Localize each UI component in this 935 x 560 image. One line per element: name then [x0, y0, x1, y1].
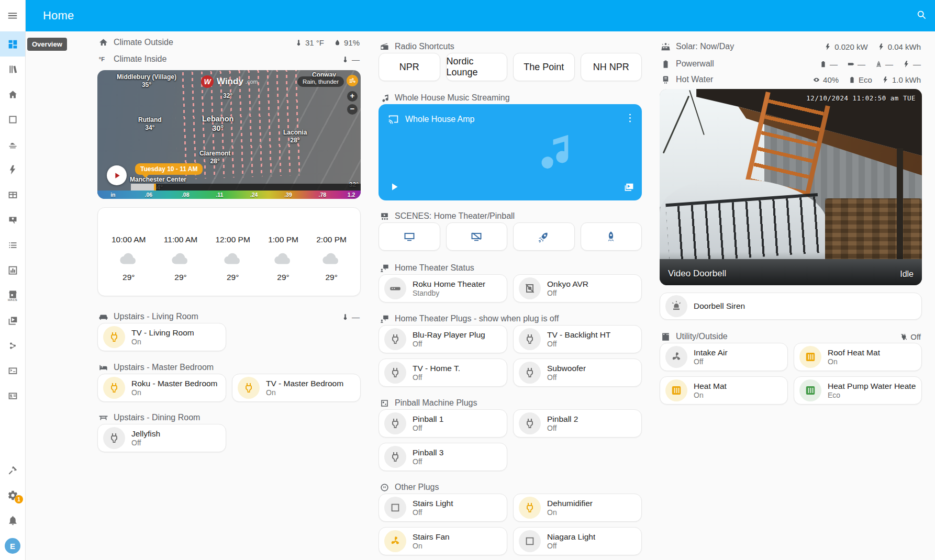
weather-cloud-icon [7, 139, 18, 150]
video-doorbell-camera[interactable]: 12/10/2024 11:02:50 am TUE Video Doorbel… [660, 89, 922, 285]
media-play-button[interactable] [388, 181, 400, 193]
sidebar-item-frame[interactable] [0, 107, 25, 132]
sidebar-item-grid[interactable] [0, 182, 25, 207]
map-timeline[interactable] [131, 184, 361, 191]
settings-badge: 1 [15, 495, 23, 503]
map-layer-button[interactable] [347, 75, 358, 86]
entity-card-subwoofer[interactable]: SubwooferOff [513, 359, 642, 387]
windy-weather-map[interactable]: Middlebury (Village)35° Conway 32° Rutla… [97, 70, 361, 199]
climate-inside-values: — [341, 55, 360, 64]
plug-icon [238, 377, 260, 399]
section-home-theater-plugs: Home Theater Plugs - show when plug is o… [379, 312, 642, 325]
water-heater-icon [661, 75, 671, 85]
camera-name: Video Doorbell [668, 268, 726, 279]
entity-card-roku-master[interactable]: Roku - Master BedroomOn [97, 374, 226, 402]
rocket-launch-icon [538, 230, 550, 243]
climate-outside-row: Climate Outside 31 °F 91% [97, 36, 361, 49]
scene-button-tv-off[interactable] [446, 222, 508, 251]
entity-card-pinball-2[interactable]: Pinball 2Off [513, 409, 642, 438]
map-play-button[interactable] [107, 165, 127, 185]
entity-card-onkyo-avr[interactable]: Onkyo AVROff [513, 274, 642, 303]
sidebar-item-terminal[interactable] [0, 358, 25, 383]
humidity-icon [333, 39, 341, 47]
entity-card-niagara-light[interactable]: Niagara LightOff [513, 527, 642, 555]
entity-card-tv-backlight[interactable]: TV - Backlight HTOff [513, 325, 642, 353]
sidebar-item-notifications[interactable] [0, 508, 25, 533]
entity-card-tv-master[interactable]: TV - Master BedroomOn [232, 374, 361, 402]
entity-card-stairs-fan[interactable]: Stairs FanOn [379, 527, 507, 555]
map-zoom-out-button[interactable]: − [347, 104, 358, 115]
utility-values: Off [900, 332, 921, 341]
water-heater-icon [799, 379, 821, 401]
tv-off-icon [470, 230, 483, 243]
play-icon [388, 181, 400, 193]
entity-card-pinball-1[interactable]: Pinball 1Off [379, 409, 507, 438]
media-account-icon [7, 215, 18, 226]
scene-button-rocket-launch[interactable] [513, 222, 575, 251]
section-living-room: Upstairs - Living Room — [97, 310, 361, 323]
media-player-card[interactable]: Whole House Amp [379, 104, 642, 200]
entity-card-heat-pump-water-heater[interactable]: Heat Pump Water HeaterEco [794, 376, 922, 405]
entity-card-pinball-3[interactable]: Pinball 3Off [379, 443, 507, 471]
entity-card-tv-home-theater[interactable]: TV - Home T.Off [379, 359, 507, 387]
cloudy-icon [272, 248, 294, 270]
sidebar-item-hacs[interactable]: HACS [0, 283, 25, 308]
washing-machine-icon [661, 332, 671, 342]
entity-card-roku-home-theater[interactable]: Roku Home TheaterStandby [379, 274, 507, 303]
entity-card-heat-mat[interactable]: Heat MatOn [660, 376, 788, 405]
entity-card-stairs-light[interactable]: Stairs LightOff [379, 494, 507, 522]
forecast-hour: 2:00 PM 29° [316, 235, 347, 296]
plug-icon [103, 377, 125, 399]
entity-card-roof-heat-mat[interactable]: Roof Heat MatOn [794, 343, 922, 371]
map-zoom-in-button[interactable]: + [347, 91, 358, 102]
search-button[interactable] [916, 9, 928, 21]
plug-icon [103, 427, 125, 449]
sidebar-item-overview[interactable] [0, 31, 25, 57]
sidebar-item-logbook[interactable] [0, 57, 25, 82]
sidebar-item-media-account[interactable] [0, 207, 25, 232]
eye-icon [812, 76, 820, 84]
lightning-icon [7, 164, 18, 175]
menu-button[interactable] [0, 0, 25, 31]
sidebar-item-integrations[interactable] [0, 333, 25, 358]
sidebar-item-home[interactable] [0, 82, 25, 107]
transmission-tower-icon [875, 60, 883, 68]
media-menu-button[interactable] [625, 113, 636, 124]
bookshelf-icon [7, 64, 18, 75]
entity-card-dehumidifier[interactable]: DehumidifierOn [513, 494, 642, 522]
sidebar-item-weather[interactable] [0, 132, 25, 157]
forecast-hour: 11:00 AM 29° [164, 235, 197, 296]
scene-button-tv-on[interactable] [379, 222, 440, 251]
sidebar-item-developer-tools[interactable] [0, 457, 25, 483]
wind-icon [349, 77, 357, 85]
tv-icon [403, 230, 416, 243]
climate-inside-row: Climate Inside — [97, 53, 361, 65]
entity-card-jellyfish[interactable]: JellyfishOff [97, 424, 226, 452]
section-master-bedroom: Upstairs - Master Bedroom [97, 361, 361, 374]
todo-list-icon [7, 240, 18, 251]
lightning-icon [903, 60, 910, 68]
sidebar-item-media[interactable] [0, 308, 25, 333]
column-middle: Radio Shortcuts NPR Nordic Lounge The Po… [379, 31, 642, 560]
media-browse-button[interactable] [624, 182, 635, 193]
radio-button-nh-npr[interactable]: NH NPR [581, 53, 642, 81]
sidebar-item-profile-card[interactable] [0, 383, 25, 408]
radio-button-nordic-lounge[interactable]: Nordic Lounge [446, 53, 508, 81]
radio-button-npr[interactable]: NPR [379, 53, 440, 81]
sidebar-item-settings[interactable]: 1 [0, 483, 25, 508]
sidebar-item-todo[interactable] [0, 232, 25, 257]
scene-button-rocket[interactable] [581, 222, 642, 251]
entity-card-doorbell-siren[interactable]: Doorbell Siren [660, 293, 922, 320]
thermometer-icon [341, 313, 349, 321]
entity-card-tv-living-room[interactable]: TV - Living RoomOn [97, 323, 226, 351]
radio-button-the-point[interactable]: The Point [513, 53, 575, 81]
entity-card-intake-air[interactable]: Intake AirOff [660, 343, 788, 371]
battery-icon [661, 59, 671, 69]
sidebar-item-energy[interactable] [0, 157, 25, 182]
sidebar-item-history[interactable] [0, 257, 25, 283]
map-time-badge[interactable]: Tuesday 10 - 11 AM [135, 163, 203, 175]
entity-card-bluray-plug[interactable]: Blu-Ray Player PlugOff [379, 325, 507, 353]
user-avatar[interactable]: E [5, 538, 20, 554]
cast-icon [388, 114, 399, 125]
hourly-forecast-card[interactable]: 10:00 AM 29° 11:00 AM 29° 12:00 PM 29° 1… [97, 207, 361, 296]
